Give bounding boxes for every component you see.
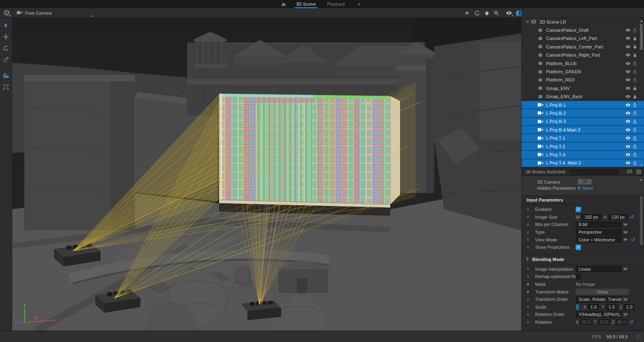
section-blending-mode[interactable]: Blending Mode — [522, 254, 644, 264]
reset-icon[interactable]: ↺ — [629, 320, 633, 324]
eye-icon[interactable] — [624, 61, 631, 66]
panel-scrollbar[interactable] — [640, 195, 643, 328]
lock-closed-icon[interactable] — [631, 86, 638, 91]
resize-grip[interactable] — [636, 334, 642, 340]
show-hidden-link[interactable]: Show — [582, 186, 594, 191]
axis-value[interactable]: 90.0 — [616, 319, 627, 325]
tree-item[interactable]: CaesarsPalace_Center_Part — [522, 43, 644, 51]
eye-icon[interactable] — [624, 28, 631, 32]
eye-icon[interactable] — [624, 70, 631, 74]
size-value[interactable]: 192 px — [581, 214, 601, 220]
lock-open-icon[interactable] — [631, 160, 638, 166]
tab-playback[interactable]: Playback — [326, 0, 347, 8]
tree-item[interactable]: L Proj T-4 Main 2 — [522, 159, 644, 167]
tab-3d-scene[interactable]: 3D Scene — [294, 0, 317, 8]
shapes-tool-icon[interactable] — [1, 70, 11, 80]
lock-closed-icon[interactable] — [631, 44, 638, 49]
lock-open-icon[interactable] — [631, 110, 638, 116]
axis-value[interactable]: 22.0 — [580, 319, 591, 325]
axis-value[interactable]: 1.0 — [588, 304, 599, 310]
scroll-up-icon[interactable]: ▲ — [639, 178, 643, 182]
lock-open-icon[interactable] — [631, 69, 638, 75]
dropdown[interactable]: Y(Heading), X(Pitch), Z(B — [576, 311, 629, 318]
reset-icon[interactable]: ↺ — [630, 215, 634, 219]
lock-open-icon[interactable] — [631, 144, 638, 149]
lock-open-icon[interactable] — [631, 28, 638, 33]
checkbox[interactable]: ✓ — [576, 207, 581, 212]
region-tool-icon[interactable] — [1, 82, 11, 92]
eye-icon[interactable] — [624, 136, 631, 140]
tree-item[interactable]: L Proj B-4 Main 2 — [522, 126, 644, 134]
eye-icon[interactable] — [624, 78, 631, 82]
tree-item[interactable]: L Proj B-1 — [522, 101, 644, 109]
checkbox[interactable] — [576, 274, 581, 279]
dropdown[interactable]: 8-bit — [576, 221, 629, 228]
eye-icon[interactable] — [624, 111, 631, 115]
scroll-up-icon[interactable]: ▲ — [640, 19, 643, 22]
axis-value[interactable]: 1.0 — [606, 304, 617, 310]
fly-tool-icon[interactable]: ✈ — [462, 9, 472, 17]
menu-icon[interactable] — [636, 169, 642, 175]
orbit-tool-icon[interactable] — [472, 9, 482, 17]
eye-icon[interactable] — [624, 128, 631, 132]
tree-item[interactable]: Gmap_ENV — [522, 84, 644, 92]
camera-selector[interactable]: Free Camera — [14, 9, 79, 18]
lock-open-icon[interactable] — [631, 77, 638, 83]
eye-icon[interactable] — [624, 94, 631, 99]
tree-item[interactable]: CaesarsPalace_Right_Part — [522, 51, 644, 59]
scale-tool-icon[interactable] — [1, 55, 11, 64]
zoom-tool-icon[interactable] — [492, 9, 501, 17]
tree-item[interactable]: L Proj B-3 — [522, 118, 644, 126]
checkbox[interactable]: ✓ — [576, 245, 581, 250]
scroll-down-icon[interactable]: ▼ — [640, 163, 643, 167]
rotate-tool-icon[interactable] — [1, 43, 11, 53]
node-name-field[interactable]: ... — [571, 169, 619, 175]
lock-open-icon[interactable] — [631, 127, 638, 132]
eye-icon[interactable] — [624, 103, 631, 107]
lock-open-icon[interactable] — [631, 61, 638, 66]
lock-closed-icon[interactable] — [631, 94, 638, 99]
eye-icon[interactable] — [624, 36, 631, 40]
lock-open-icon[interactable] — [631, 102, 638, 107]
home-icon[interactable] — [281, 2, 286, 7]
move-tool-icon[interactable] — [1, 32, 11, 42]
size-value[interactable]: 120 px — [608, 214, 628, 220]
eye-icon[interactable] — [624, 119, 631, 123]
lock-closed-icon[interactable] — [631, 36, 638, 41]
eye-icon[interactable] — [624, 86, 631, 90]
eye-icon[interactable] — [624, 145, 631, 149]
tree-item[interactable]: Platform_RED — [522, 76, 644, 84]
tree-root-item[interactable]: 3D Scene LR — [522, 18, 644, 26]
scene-menu-button[interactable] — [2, 9, 11, 17]
chevron-down-icon[interactable] — [526, 20, 531, 23]
eye-icon[interactable] — [624, 161, 631, 165]
tree-scrollbar[interactable]: ▲▼ — [640, 19, 643, 167]
eye-icon[interactable] — [624, 53, 631, 57]
tree-item[interactable]: L Proj B-2 — [522, 109, 644, 117]
visibility-options-icon[interactable] — [504, 9, 514, 17]
panel-toggle-icon[interactable] — [514, 9, 524, 17]
pan-tool-icon[interactable] — [482, 9, 492, 17]
eye-icon[interactable] — [624, 45, 631, 49]
reset-icon[interactable]: ↺ — [631, 237, 635, 242]
lock-closed-icon[interactable] — [631, 53, 638, 58]
eye-icon[interactable] — [624, 153, 631, 157]
add-tab-button[interactable]: + — [355, 1, 363, 7]
tree-item[interactable]: Platform_GREEN — [522, 68, 644, 76]
tree-item[interactable]: Gmap_ENV_Back — [522, 93, 644, 101]
tree-item[interactable]: CaesarsPalace_Draft — [522, 26, 644, 34]
dropdown[interactable]: Linear — [576, 266, 629, 272]
axis-value[interactable]: 1.0 — [624, 304, 635, 310]
dropdown[interactable]: Perspective — [576, 229, 629, 235]
tree-item[interactable]: L Proj T-1 — [522, 134, 644, 142]
show-button[interactable]: Show — [576, 289, 629, 295]
dropdown[interactable]: Color + Wireframe — [576, 237, 629, 243]
lock-open-icon[interactable] — [631, 119, 638, 124]
tree-item[interactable]: Platform_BLUE — [522, 59, 644, 68]
link-icon[interactable] — [576, 304, 579, 310]
dropdown[interactable]: Scale, Rotate, Translate — [576, 296, 629, 303]
tree-item[interactable]: CaesarsPalace_Left_Part — [522, 35, 644, 43]
help-bubble-icon[interactable]: ? — [627, 169, 633, 175]
lock-open-icon[interactable] — [631, 152, 638, 157]
viewport-3d[interactable]: Y X Z — [12, 18, 521, 331]
